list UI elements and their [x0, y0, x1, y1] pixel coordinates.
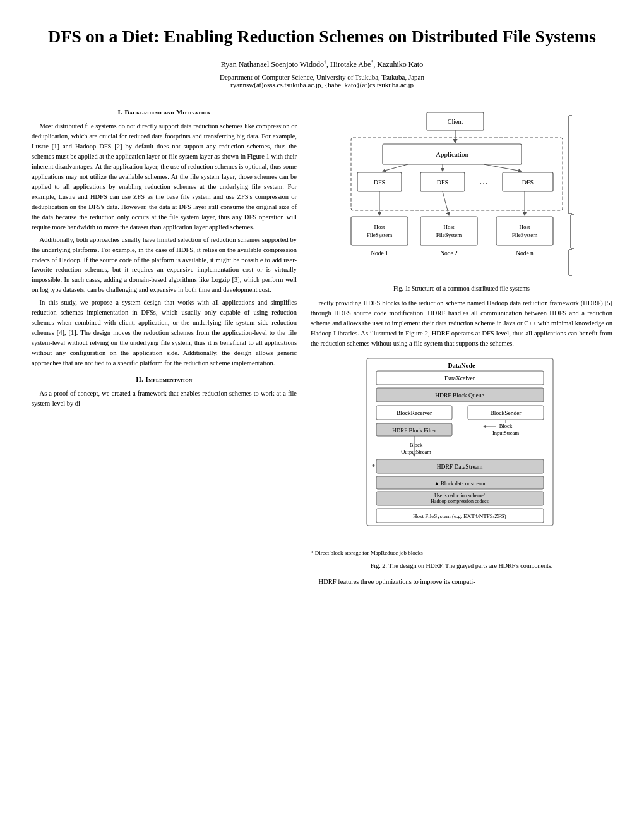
- svg-text:Host FileSystem (e.g. EXT4/NTF: Host FileSystem (e.g. EXT4/NTFS/ZFS): [413, 513, 506, 519]
- left-para1: Most distributed file systems do not dir…: [32, 121, 297, 232]
- fig1-svg: Application layer DFS layer File System …: [345, 106, 578, 277]
- title-section: DFS on a Diet: Enabling Reduction Scheme…: [32, 25, 612, 88]
- affiliation: Department of Computer Science, Universi…: [32, 73, 612, 88]
- svg-text:User's reduction scheme/: User's reduction scheme/: [434, 493, 486, 499]
- svg-text:Node 1: Node 1: [371, 250, 388, 257]
- svg-text:HDRF Block Filter: HDRF Block Filter: [392, 427, 436, 433]
- left-column: I. Background and Motivation Most distri…: [32, 101, 297, 589]
- svg-rect-27: [351, 217, 408, 245]
- figure1: Application layer DFS layer File System …: [311, 106, 612, 293]
- svg-text:FileSystem: FileSystem: [436, 232, 462, 238]
- svg-text:DataXceiver: DataXceiver: [444, 375, 475, 382]
- svg-line-44: [443, 191, 449, 215]
- svg-text:HDRF DataStream: HDRF DataStream: [437, 464, 483, 470]
- svg-text:DFS: DFS: [374, 179, 385, 186]
- svg-text:…: …: [479, 177, 488, 186]
- svg-text:DataNode: DataNode: [448, 362, 475, 369]
- svg-text:DFS: DFS: [437, 179, 448, 186]
- section1-heading: I. Background and Motivation: [32, 107, 297, 118]
- svg-text:Application: Application: [436, 150, 468, 158]
- left-para2: Additionally, both approaches usually ha…: [32, 235, 297, 296]
- fig2-footnote: * Direct block storage for MapReduce job…: [311, 549, 612, 558]
- svg-rect-30: [420, 217, 477, 245]
- svg-text:BlockReceiver: BlockReceiver: [397, 410, 432, 416]
- svg-text:Host: Host: [443, 224, 455, 230]
- svg-text:Host: Host: [374, 224, 385, 230]
- right-para1: rectly providing HDFS blocks to the redu…: [311, 298, 612, 349]
- fig1-caption: Fig. 1: Structure of a common distribute…: [311, 284, 612, 293]
- right-column: Application layer DFS layer File System …: [311, 101, 612, 589]
- svg-text:Node n: Node n: [516, 250, 534, 257]
- svg-text:Hadoop compression codecs: Hadoop compression codecs: [431, 499, 489, 504]
- svg-text:FileSystem: FileSystem: [367, 232, 393, 238]
- svg-text:InputStream: InputStream: [492, 430, 519, 436]
- svg-text:Host: Host: [519, 224, 530, 230]
- paper-title: DFS on a Diet: Enabling Reduction Scheme…: [32, 25, 612, 48]
- left-para3: In this study, we propose a system desig…: [32, 298, 297, 368]
- svg-text:BlockSender: BlockSender: [490, 410, 522, 416]
- left-para4: As a proof of concept, we created a fram…: [32, 389, 297, 409]
- svg-text:▲ Block data or stream: ▲ Block data or stream: [434, 480, 485, 486]
- svg-line-40: [383, 164, 408, 171]
- fig2-caption: Fig. 2: The design on HDRF. The grayed p…: [311, 561, 612, 571]
- paper-body: I. Background and Motivation Most distri…: [32, 101, 612, 589]
- svg-text:DFS: DFS: [522, 179, 534, 186]
- svg-text:Node 2: Node 2: [440, 250, 458, 257]
- svg-text:FileSystem: FileSystem: [512, 232, 538, 238]
- svg-text:OutputStream: OutputStream: [401, 449, 431, 455]
- svg-line-42: [484, 164, 522, 171]
- svg-text:Block: Block: [410, 442, 423, 448]
- svg-text:Client: Client: [448, 118, 463, 125]
- right-para2: HDRF features three optimizations to imp…: [311, 577, 612, 587]
- section2-heading: II. Implementation: [32, 375, 297, 385]
- figure2: DataNode DataXceiver HDRF Block Queue Bl…: [311, 355, 612, 571]
- fig2-svg: DataNode DataXceiver HDRF Block Queue Bl…: [361, 355, 563, 545]
- svg-rect-33: [496, 217, 553, 245]
- authors: Ryan Nathanael Soenjoto Widodo†, Hirotak…: [32, 59, 612, 70]
- svg-text:HDRF Block Queue: HDRF Block Queue: [435, 392, 484, 399]
- svg-text:Block: Block: [499, 423, 513, 429]
- svg-text:*: *: [372, 463, 375, 470]
